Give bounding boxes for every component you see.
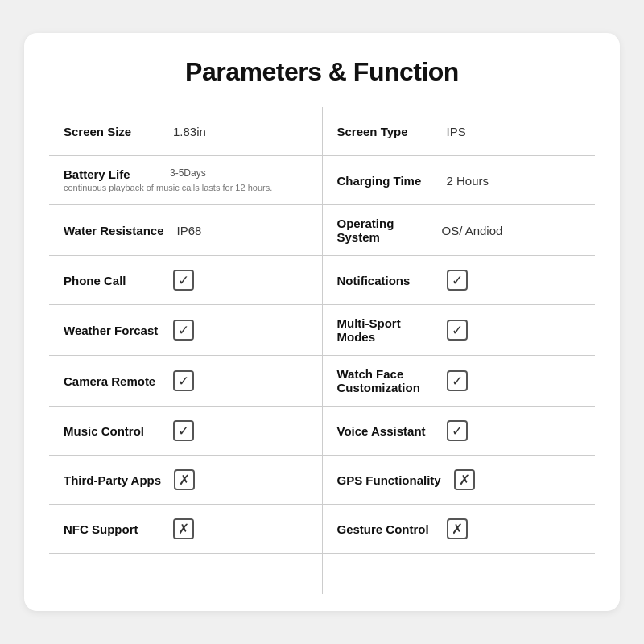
cell-left-8: NFC Support✗ bbox=[49, 505, 323, 554]
feature-label: Music Control bbox=[64, 424, 160, 438]
cell-label: Water Resistance bbox=[64, 224, 164, 237]
feature-checkbox: ✓ bbox=[447, 270, 468, 291]
table-row: Weather Forcast✓Multi-Sport Modes✓ bbox=[49, 305, 596, 356]
cell-left-3: Phone Call✓ bbox=[49, 256, 323, 305]
feature-label: Phone Call bbox=[64, 274, 160, 287]
table-row bbox=[49, 554, 596, 595]
checkmark-icon: ✓ bbox=[452, 373, 463, 390]
feature-checkbox: ✓ bbox=[447, 420, 468, 441]
table-row: Screen Size1.83inScreen TypeIPS bbox=[49, 107, 596, 156]
feature-checkbox: ✓ bbox=[173, 370, 194, 391]
feature-label: Gesture Control bbox=[337, 522, 434, 536]
feature-label: Watch Face Customization bbox=[337, 367, 434, 394]
cell-right-0: Screen TypeIPS bbox=[322, 107, 596, 156]
feature-checkbox: ✓ bbox=[173, 270, 194, 291]
feature-checkbox: ✗ bbox=[173, 518, 194, 539]
main-container: Parameters & Function Screen Size1.83inS… bbox=[24, 33, 620, 611]
table-row: Phone Call✓Notifications✓ bbox=[49, 256, 596, 305]
cell-left-0: Screen Size1.83in bbox=[49, 107, 323, 156]
feature-checkbox: ✗ bbox=[174, 469, 195, 490]
feature-checkbox: ✓ bbox=[173, 420, 194, 441]
feature-checkbox: ✓ bbox=[447, 370, 468, 391]
cell-right-1: Charging Time2 Hours bbox=[322, 156, 596, 205]
battery-sub: continuous playback of music calls lasts… bbox=[64, 183, 272, 192]
cell-left-4: Weather Forcast✓ bbox=[49, 305, 323, 356]
os-label: Operating System bbox=[337, 217, 434, 244]
cell-label: Screen Size bbox=[64, 125, 160, 138]
table-row: Water ResistanceIP68Operating SystemOS/ … bbox=[49, 205, 596, 256]
feature-label: Voice Assistant bbox=[337, 424, 434, 438]
checkmark-icon: ✓ bbox=[452, 423, 463, 440]
page-title: Parameters & Function bbox=[48, 57, 596, 87]
feature-label: Weather Forcast bbox=[64, 324, 160, 337]
table-row: Camera Remote✓Watch Face Customization✓ bbox=[49, 356, 596, 407]
table-row: Music Control✓Voice Assistant✓ bbox=[49, 407, 596, 456]
checkmark-icon: ✓ bbox=[178, 423, 189, 440]
checkmark-icon: ✓ bbox=[178, 322, 189, 339]
cell-right-5: Watch Face Customization✓ bbox=[322, 356, 596, 407]
feature-label: Third-Party Apps bbox=[64, 473, 161, 487]
battery-days: 3-5Days bbox=[170, 167, 206, 179]
feature-label: NFC Support bbox=[64, 522, 160, 536]
cell-right-2: Operating SystemOS/ Andiod bbox=[322, 205, 596, 256]
checkmark-icon: ✓ bbox=[452, 272, 463, 289]
cell-right-6: Voice Assistant✓ bbox=[322, 407, 596, 456]
params-table: Screen Size1.83inScreen TypeIPSBattery L… bbox=[48, 106, 596, 595]
cell-left-1: Battery Life3-5Dayscontinuous playback o… bbox=[49, 156, 323, 205]
cell-left-6: Music Control✓ bbox=[49, 407, 323, 456]
x-icon: ✗ bbox=[459, 472, 470, 489]
cell-label: Charging Time bbox=[337, 174, 434, 188]
cell-label: Screen Type bbox=[337, 125, 434, 138]
cell-left-9 bbox=[49, 554, 323, 595]
cell-right-9 bbox=[322, 554, 596, 595]
x-icon: ✗ bbox=[179, 472, 190, 489]
cell-left-7: Third-Party Apps✗ bbox=[49, 456, 323, 505]
checkmark-icon: ✓ bbox=[178, 373, 189, 390]
cell-value: 2 Hours bbox=[447, 174, 489, 188]
cell-left-2: Water ResistanceIP68 bbox=[49, 205, 323, 256]
feature-checkbox: ✗ bbox=[454, 469, 475, 490]
x-icon: ✗ bbox=[178, 521, 189, 538]
cell-value: IPS bbox=[447, 125, 466, 138]
cell-right-7: GPS Functionality✗ bbox=[322, 456, 596, 505]
cell-left-5: Camera Remote✓ bbox=[49, 356, 323, 407]
feature-checkbox: ✓ bbox=[173, 320, 194, 341]
cell-right-8: Gesture Control✗ bbox=[322, 505, 596, 554]
feature-label: Camera Remote bbox=[64, 374, 160, 388]
checkmark-icon: ✓ bbox=[452, 322, 463, 339]
feature-label: Notifications bbox=[337, 274, 434, 287]
x-icon: ✗ bbox=[452, 521, 463, 538]
table-row: Third-Party Apps✗GPS Functionality✗ bbox=[49, 456, 596, 505]
cell-value: IP68 bbox=[177, 224, 202, 237]
table-row: NFC Support✗Gesture Control✗ bbox=[49, 505, 596, 554]
checkmark-icon: ✓ bbox=[178, 272, 189, 289]
feature-label: GPS Functionality bbox=[337, 473, 441, 487]
os-value: OS/ Andiod bbox=[442, 224, 503, 237]
feature-checkbox: ✗ bbox=[447, 518, 468, 539]
cell-value: 1.83in bbox=[173, 125, 206, 138]
table-row: Battery Life3-5Dayscontinuous playback o… bbox=[49, 156, 596, 205]
feature-label: Multi-Sport Modes bbox=[337, 316, 434, 344]
battery-label: Battery Life bbox=[64, 167, 160, 181]
cell-right-3: Notifications✓ bbox=[322, 256, 596, 305]
cell-right-4: Multi-Sport Modes✓ bbox=[322, 305, 596, 356]
feature-checkbox: ✓ bbox=[447, 320, 468, 341]
